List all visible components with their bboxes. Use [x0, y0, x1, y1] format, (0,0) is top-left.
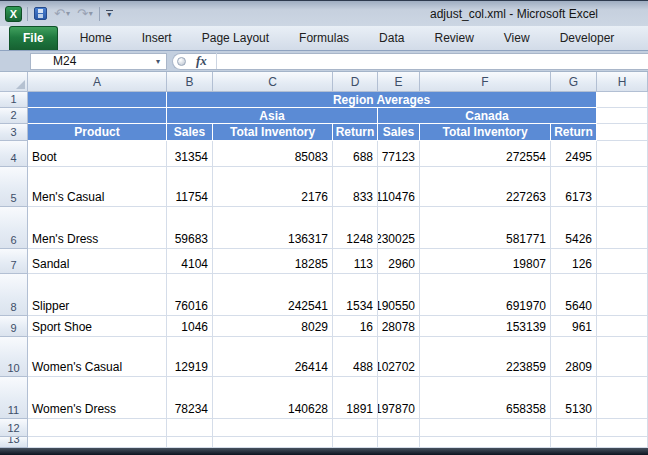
cell-empty[interactable]	[597, 167, 648, 207]
cell-value[interactable]: 272554	[420, 141, 551, 167]
cell-value[interactable]: 126	[551, 249, 597, 274]
cell-value[interactable]: 78234	[167, 377, 213, 419]
cell-value[interactable]: 242541	[213, 274, 333, 316]
cell-product[interactable]: Men's Casual	[28, 167, 167, 207]
cell-empty[interactable]	[551, 437, 597, 448]
column-header-f[interactable]: F	[420, 72, 551, 92]
cell-value[interactable]: 5640	[551, 274, 597, 316]
cell-empty[interactable]	[597, 274, 648, 316]
name-box-dropdown-icon[interactable]: ▾	[150, 57, 166, 66]
cell-value[interactable]: 691970	[420, 274, 551, 316]
cell-value[interactable]: 26414	[213, 337, 333, 377]
cell-value[interactable]: 581771	[420, 207, 551, 249]
cell-empty[interactable]	[597, 377, 648, 419]
cell-empty[interactable]	[333, 437, 378, 448]
column-header-g[interactable]: G	[551, 72, 597, 92]
tab-formulas[interactable]: Formulas	[284, 27, 364, 50]
name-box[interactable]: M24 ▾	[30, 53, 167, 70]
column-header-a[interactable]: A	[28, 72, 167, 92]
cell-value[interactable]: 227263	[420, 167, 551, 207]
tab-developer[interactable]: Developer	[545, 27, 630, 50]
cell-empty[interactable]	[28, 437, 167, 448]
row-header-13[interactable]: 13	[0, 437, 28, 448]
cell-product[interactable]: Boot	[28, 141, 167, 167]
cell-value[interactable]: 136317	[213, 207, 333, 249]
tab-home[interactable]: Home	[65, 27, 127, 50]
cell-h3[interactable]	[597, 124, 648, 141]
cell-empty[interactable]	[378, 419, 420, 437]
tab-view[interactable]: View	[489, 27, 545, 50]
row-header-12[interactable]: 12	[0, 419, 28, 437]
column-header-h[interactable]: H	[597, 72, 648, 92]
cell-value[interactable]: 28078	[378, 316, 420, 337]
redo-button[interactable]: ↷ ▾	[76, 5, 94, 23]
select-all-button[interactable]	[0, 72, 28, 92]
cell-value[interactable]: 76016	[167, 274, 213, 316]
cell-a1[interactable]	[28, 92, 167, 108]
tab-page-layout[interactable]: Page Layout	[187, 27, 284, 50]
cell-empty[interactable]	[597, 316, 648, 337]
row-header-9[interactable]: 9	[0, 316, 28, 337]
cell-empty[interactable]	[597, 141, 648, 167]
undo-button[interactable]: ↶ ▾	[53, 5, 71, 23]
table-col-header-total-inventory-5[interactable]: Total Inventory	[420, 124, 551, 141]
column-header-b[interactable]: B	[167, 72, 213, 92]
cell-value[interactable]: 140628	[213, 377, 333, 419]
cell-product[interactable]: Slipper	[28, 274, 167, 316]
cell-value[interactable]: 11754	[167, 167, 213, 207]
cell-value[interactable]: 113	[333, 249, 378, 274]
cell-value[interactable]: 59683	[167, 207, 213, 249]
cell-value[interactable]: 153139	[420, 316, 551, 337]
table-col-header-sales-1[interactable]: Sales	[167, 124, 213, 141]
cell-value[interactable]: 77123	[378, 141, 420, 167]
table-col-header-product-0[interactable]: Product	[28, 124, 167, 141]
row-header-1[interactable]: 1	[0, 92, 28, 108]
cell-empty[interactable]	[597, 337, 648, 377]
cell-value[interactable]: 19807	[420, 249, 551, 274]
cell-a2[interactable]	[28, 108, 167, 124]
cell-value[interactable]: 230025	[378, 207, 420, 249]
row-header-8[interactable]: 8	[0, 274, 28, 316]
customize-qat-button[interactable]: ▾	[105, 5, 114, 23]
cell-empty[interactable]	[597, 249, 648, 274]
table-col-header-sales-4[interactable]: Sales	[378, 124, 420, 141]
row-header-4[interactable]: 4	[0, 141, 28, 167]
row-header-7[interactable]: 7	[0, 249, 28, 274]
column-header-c[interactable]: C	[213, 72, 333, 92]
cell-empty[interactable]	[597, 207, 648, 249]
cell-value[interactable]: 488	[333, 337, 378, 377]
column-header-e[interactable]: E	[378, 72, 420, 92]
group-header-asia[interactable]: Asia	[167, 108, 378, 124]
cell-value[interactable]: 1248	[333, 207, 378, 249]
cell-product[interactable]: Women's Casual	[28, 337, 167, 377]
column-header-d[interactable]: D	[333, 72, 378, 92]
cell-empty[interactable]	[167, 419, 213, 437]
cell-value[interactable]: 833	[333, 167, 378, 207]
cell-value[interactable]: 4104	[167, 249, 213, 274]
table-col-header-return-3[interactable]: Return	[333, 124, 378, 141]
cell-product[interactable]: Women's Dress	[28, 377, 167, 419]
cell-value[interactable]: 688	[333, 141, 378, 167]
row-header-3[interactable]: 3	[0, 124, 28, 141]
cell-product[interactable]: Sandal	[28, 249, 167, 274]
cell-value[interactable]: 197870	[378, 377, 420, 419]
table-col-header-return-6[interactable]: Return	[551, 124, 597, 141]
cell-empty[interactable]	[420, 419, 551, 437]
insert-function-button[interactable]: fx	[191, 53, 217, 69]
tab-review[interactable]: Review	[419, 27, 488, 50]
table-col-header-total-inventory-2[interactable]: Total Inventory	[213, 124, 333, 141]
row-header-2[interactable]: 2	[0, 108, 28, 124]
cell-value[interactable]: 12919	[167, 337, 213, 377]
cell-empty[interactable]	[551, 419, 597, 437]
cell-value[interactable]: 5130	[551, 377, 597, 419]
cell-empty[interactable]	[597, 437, 648, 448]
cell-value[interactable]: 18285	[213, 249, 333, 274]
cell-empty[interactable]	[333, 419, 378, 437]
cell-value[interactable]: 31354	[167, 141, 213, 167]
cell-value[interactable]: 223859	[420, 337, 551, 377]
cell-value[interactable]: 190550	[378, 274, 420, 316]
row-header-6[interactable]: 6	[0, 207, 28, 249]
tab-insert[interactable]: Insert	[127, 27, 187, 50]
cell-empty[interactable]	[213, 419, 333, 437]
tab-data[interactable]: Data	[364, 27, 419, 50]
